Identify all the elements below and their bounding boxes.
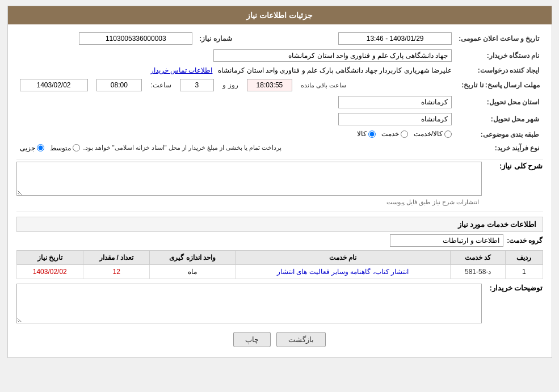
province-label: استان محل تحویل: <box>455 94 543 111</box>
service-group-label: گروه خدمت: <box>507 237 543 245</box>
city-label: شهر محل تحویل: <box>455 111 543 128</box>
category-radio-group: کالا/خدمت خدمت کالا <box>357 130 452 138</box>
col-date: تاریخ نیاز <box>16 250 83 264</box>
table-row: 1 د-58-581 انتشار کتاب، گاهنامه وسایر فع… <box>16 264 543 279</box>
announcement-input: 1403/01/29 - 13:46 <box>338 32 452 45</box>
purchase-type-note: پرداخت تمام یا بخشی از مبلغ خریدار از مح… <box>83 144 282 151</box>
general-desc-container: انتشارات شرح نیاز طبق فایل پیوست <box>16 162 482 207</box>
remaining-label: ساعت باقی مانده <box>301 82 346 89</box>
buyer-name-input: جهاد دانشگاهی پارک علم و فناوری واحد است… <box>213 49 452 62</box>
cell-qty: 12 <box>83 264 150 279</box>
divider-1 <box>16 159 543 159</box>
row-need-number: تاریخ و ساعت اعلان عمومی: 1403/01/29 - 1… <box>16 30 543 47</box>
col-service-code: کد خدمت <box>451 250 506 264</box>
purchase-type-options: پرداخت تمام یا بخشی از مبلغ خریدار از مح… <box>16 142 456 154</box>
general-desc-label: شرح کلی نیاز: <box>486 162 543 170</box>
response-deadline-values: ساعت باقی مانده 18:03:55 روز و 3 ساعت: 0… <box>16 77 456 94</box>
city-value: کرمانشاه <box>16 111 456 128</box>
category-options: کالا/خدمت خدمت کالا <box>16 128 456 142</box>
services-section-header: اطلاعات خدمات مورد نیاز <box>16 217 543 232</box>
label-khedmat: خدمت <box>381 130 399 138</box>
creator-value: علیرضا شهریاری کاربردار جهاد دانشگاهی پا… <box>16 64 456 77</box>
purchase-type-label: نوع فرآیند خرید: <box>455 142 543 154</box>
need-number-input: 1103005336000003 <box>79 32 192 45</box>
cell-date: 1403/02/02 <box>16 264 83 279</box>
category-label: طبقه بندی موضوعی: <box>455 128 543 142</box>
purchase-type-radio-medium[interactable]: متوسط <box>50 144 80 152</box>
radio-kala[interactable] <box>368 130 376 138</box>
response-date-input: 1403/02/02 <box>20 79 88 91</box>
response-time-input: 08:00 <box>96 79 142 91</box>
page-header: جزئیات اطلاعات نیاز <box>8 6 552 24</box>
row-response-deadline: مهلت ارسال پاسخ: تا تاریخ: ساعت باقی مان… <box>16 77 543 94</box>
buyer-notes-textarea[interactable] <box>16 284 482 323</box>
need-number-label: شماره نیاز: <box>196 30 264 47</box>
services-table: ردیف کد خدمت نام خدمت واحد اندازه گیری ت… <box>16 250 543 279</box>
buyer-notes-label: توضیحات خریدار: <box>486 284 543 292</box>
announcement-value: 1403/01/29 - 13:46 <box>275 30 455 47</box>
radio-medium[interactable] <box>73 144 80 151</box>
province-input: کرمانشاه <box>338 96 452 108</box>
buttons-row: بازگشت چاپ <box>16 325 543 352</box>
need-number-value: 1103005336000003 <box>16 30 196 47</box>
category-radio-kala[interactable]: کالا <box>357 130 376 138</box>
service-group-value: اطلاعات و ارتباطات <box>390 234 503 247</box>
col-qty: تعداد / مقدار <box>83 250 150 264</box>
cell-service-code: د-58-581 <box>451 264 506 279</box>
cell-service-name: انتشار کتاب، گاهنامه وسایر فعالیت های ان… <box>235 264 451 279</box>
buyer-name-value: جهاد دانشگاهی پارک علم و فناوری واحد است… <box>16 47 456 64</box>
print-button[interactable]: چاپ <box>233 332 271 347</box>
time-remaining-input: 18:03:55 <box>247 79 292 91</box>
creator-text: علیرضا شهریاری کاربردار جهاد دانشگاهی پا… <box>218 66 452 74</box>
row-province: استان محل تحویل: کرمانشاه <box>16 94 543 111</box>
main-container: جزئیات اطلاعات نیاز تاریخ و ساعت اعلان ع… <box>7 6 552 358</box>
general-desc-hint: انتشارات شرح نیاز طبق فایل پیوست <box>16 197 482 207</box>
label-kala-khedmat: کالا/خدمت <box>414 130 443 138</box>
general-desc-row: شرح کلی نیاز: انتشارات شرح نیاز طبق فایل… <box>16 162 543 207</box>
general-desc-textarea[interactable] <box>16 162 482 196</box>
response-deadline-label: مهلت ارسال پاسخ: تا تاریخ: <box>455 77 543 94</box>
row-city: شهر محل تحویل: کرمانشاه <box>16 111 543 128</box>
label-kala: کالا <box>357 130 367 138</box>
buyer-notes-row: توضیحات خریدار: <box>16 284 543 325</box>
row-purchase-type: نوع فرآیند خرید: پرداخت تمام یا بخشی از … <box>16 142 543 154</box>
divider-2 <box>16 212 543 212</box>
province-value: کرمانشاه <box>16 94 456 111</box>
services-header-row: ردیف کد خدمت نام خدمت واحد اندازه گیری ت… <box>16 250 543 264</box>
col-unit: واحد اندازه گیری <box>150 250 235 264</box>
page-title: جزئیات اطلاعات نیاز <box>246 11 313 20</box>
label-partial: جزیی <box>20 144 35 152</box>
creator-label: ایجاد کننده درخواست: <box>455 64 543 77</box>
category-radio-khedmat[interactable]: خدمت <box>381 130 408 138</box>
purchase-type-radio-group: متوسط جزیی <box>20 144 80 152</box>
radio-partial[interactable] <box>37 144 44 151</box>
purchase-type-radio-partial[interactable]: جزیی <box>20 144 44 152</box>
row-buyer-name: نام دستگاه خریدار: جهاد دانشگاهی پارک عل… <box>16 47 543 64</box>
days-and-label: روز و <box>222 81 238 89</box>
col-service-name: نام خدمت <box>235 250 451 264</box>
row-category: طبقه بندی موضوعی: کالا/خدمت خدمت <box>16 128 543 142</box>
city-input: کرمانشاه <box>338 113 452 125</box>
content-area: تاریخ و ساعت اعلان عمومی: 1403/01/29 - 1… <box>8 24 552 357</box>
radio-kala-khedmat[interactable] <box>444 130 452 138</box>
contact-info-link[interactable]: اطلاعات تماس خریدار <box>150 66 213 74</box>
days-value-input: 3 <box>180 79 214 91</box>
back-button[interactable]: بازگشت <box>276 332 326 347</box>
response-time-label: ساعت: <box>150 81 171 89</box>
purchase-type-row: پرداخت تمام یا بخشی از مبلغ خریدار از مح… <box>20 144 452 152</box>
buyer-name-label: نام دستگاه خریدار: <box>455 47 543 64</box>
cell-unit: ماه <box>150 264 235 279</box>
row-creator: ایجاد کننده درخواست: علیرضا شهریاری کارب… <box>16 64 543 77</box>
service-group-row: گروه خدمت: اطلاعات و ارتباطات <box>16 234 543 247</box>
services-table-body: 1 د-58-581 انتشار کتاب، گاهنامه وسایر فع… <box>16 264 543 279</box>
info-table: تاریخ و ساعت اعلان عمومی: 1403/01/29 - 1… <box>16 30 543 154</box>
cell-row-num: 1 <box>505 264 543 279</box>
announcement-label: تاریخ و ساعت اعلان عمومی: <box>455 30 543 47</box>
services-table-head: ردیف کد خدمت نام خدمت واحد اندازه گیری ت… <box>16 250 543 264</box>
radio-khedmat[interactable] <box>401 130 408 138</box>
label-medium: متوسط <box>50 144 71 152</box>
buyer-notes-container <box>16 284 482 325</box>
category-radio-kala-khedmat[interactable]: کالا/خدمت <box>414 130 452 138</box>
col-row-num: ردیف <box>505 250 543 264</box>
